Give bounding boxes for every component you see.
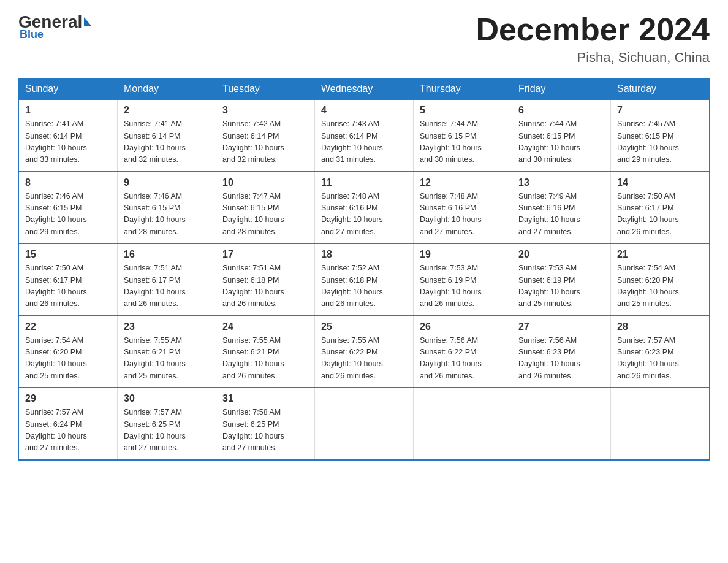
day-info: Sunrise: 7:43 AM Sunset: 6:14 PM Dayligh… xyxy=(321,118,407,166)
logo: General Blue xyxy=(18,12,91,41)
calendar-cell: 12 Sunrise: 7:48 AM Sunset: 6:16 PM Dayl… xyxy=(414,172,512,244)
calendar-cell xyxy=(315,388,414,460)
calendar-cell: 25 Sunrise: 7:55 AM Sunset: 6:22 PM Dayl… xyxy=(315,316,414,388)
day-info: Sunrise: 7:55 AM Sunset: 6:21 PM Dayligh… xyxy=(222,335,308,383)
day-number: 28 xyxy=(617,321,703,332)
day-info: Sunrise: 7:46 AM Sunset: 6:15 PM Dayligh… xyxy=(25,191,111,239)
day-info: Sunrise: 7:51 AM Sunset: 6:18 PM Dayligh… xyxy=(222,262,308,310)
day-info: Sunrise: 7:56 AM Sunset: 6:23 PM Dayligh… xyxy=(518,335,604,383)
logo-blue-text: Blue xyxy=(20,28,44,41)
calendar-cell: 31 Sunrise: 7:58 AM Sunset: 6:25 PM Dayl… xyxy=(216,388,315,460)
day-number: 20 xyxy=(518,249,604,260)
calendar-week-row: 15 Sunrise: 7:50 AM Sunset: 6:17 PM Dayl… xyxy=(19,243,710,316)
calendar-cell: 20 Sunrise: 7:53 AM Sunset: 6:19 PM Dayl… xyxy=(512,243,611,316)
calendar-cell: 28 Sunrise: 7:57 AM Sunset: 6:23 PM Dayl… xyxy=(611,316,710,388)
day-number: 23 xyxy=(124,321,210,332)
header-friday: Friday xyxy=(512,79,611,100)
calendar-cell: 21 Sunrise: 7:54 AM Sunset: 6:20 PM Dayl… xyxy=(611,243,710,316)
calendar-cell: 7 Sunrise: 7:45 AM Sunset: 6:15 PM Dayli… xyxy=(611,100,710,172)
day-info: Sunrise: 7:55 AM Sunset: 6:22 PM Dayligh… xyxy=(321,335,407,383)
header-sunday: Sunday xyxy=(19,79,118,100)
day-number: 5 xyxy=(420,105,506,116)
header-wednesday: Wednesday xyxy=(315,79,414,100)
day-info: Sunrise: 7:44 AM Sunset: 6:15 PM Dayligh… xyxy=(420,118,506,166)
day-info: Sunrise: 7:47 AM Sunset: 6:15 PM Dayligh… xyxy=(222,191,308,239)
day-number: 6 xyxy=(518,105,604,116)
day-number: 10 xyxy=(222,177,308,188)
day-number: 19 xyxy=(420,249,506,260)
day-info: Sunrise: 7:46 AM Sunset: 6:15 PM Dayligh… xyxy=(124,191,210,239)
day-number: 3 xyxy=(222,105,308,116)
calendar-cell: 24 Sunrise: 7:55 AM Sunset: 6:21 PM Dayl… xyxy=(216,316,315,388)
day-number: 13 xyxy=(518,177,604,188)
calendar-table: SundayMondayTuesdayWednesdayThursdayFrid… xyxy=(18,78,710,461)
day-info: Sunrise: 7:48 AM Sunset: 6:16 PM Dayligh… xyxy=(420,191,506,239)
calendar-cell: 26 Sunrise: 7:56 AM Sunset: 6:22 PM Dayl… xyxy=(414,316,512,388)
day-number: 31 xyxy=(222,393,308,404)
header: General Blue December 2024 Pisha, Sichua… xyxy=(18,12,710,66)
day-number: 27 xyxy=(518,321,604,332)
calendar-cell: 6 Sunrise: 7:44 AM Sunset: 6:15 PM Dayli… xyxy=(512,100,611,172)
calendar-cell: 27 Sunrise: 7:56 AM Sunset: 6:23 PM Dayl… xyxy=(512,316,611,388)
day-number: 16 xyxy=(124,249,210,260)
day-info: Sunrise: 7:45 AM Sunset: 6:15 PM Dayligh… xyxy=(617,118,703,166)
calendar-cell xyxy=(512,388,611,460)
calendar-cell: 4 Sunrise: 7:43 AM Sunset: 6:14 PM Dayli… xyxy=(315,100,414,172)
day-number: 4 xyxy=(321,105,407,116)
day-info: Sunrise: 7:54 AM Sunset: 6:20 PM Dayligh… xyxy=(617,262,703,310)
day-info: Sunrise: 7:57 AM Sunset: 6:25 PM Dayligh… xyxy=(124,407,210,454)
calendar-cell: 30 Sunrise: 7:57 AM Sunset: 6:25 PM Dayl… xyxy=(118,388,216,460)
day-number: 29 xyxy=(25,393,111,404)
day-number: 26 xyxy=(420,321,506,332)
location-subtitle: Pisha, Sichuan, China xyxy=(476,50,710,66)
day-info: Sunrise: 7:53 AM Sunset: 6:19 PM Dayligh… xyxy=(518,262,604,310)
day-info: Sunrise: 7:52 AM Sunset: 6:18 PM Dayligh… xyxy=(321,262,407,310)
calendar-cell xyxy=(414,388,512,460)
day-info: Sunrise: 7:49 AM Sunset: 6:16 PM Dayligh… xyxy=(518,191,604,239)
day-number: 8 xyxy=(25,177,111,188)
day-number: 9 xyxy=(124,177,210,188)
day-info: Sunrise: 7:58 AM Sunset: 6:25 PM Dayligh… xyxy=(222,407,308,454)
day-number: 24 xyxy=(222,321,308,332)
calendar-cell: 18 Sunrise: 7:52 AM Sunset: 6:18 PM Dayl… xyxy=(315,243,414,316)
calendar-header-row: SundayMondayTuesdayWednesdayThursdayFrid… xyxy=(19,79,710,100)
day-number: 2 xyxy=(124,105,210,116)
title-area: December 2024 Pisha, Sichuan, China xyxy=(476,12,710,66)
header-thursday: Thursday xyxy=(414,79,512,100)
calendar-cell: 11 Sunrise: 7:48 AM Sunset: 6:16 PM Dayl… xyxy=(315,172,414,244)
calendar-cell: 3 Sunrise: 7:42 AM Sunset: 6:14 PM Dayli… xyxy=(216,100,315,172)
day-info: Sunrise: 7:55 AM Sunset: 6:21 PM Dayligh… xyxy=(124,335,210,383)
calendar-cell: 16 Sunrise: 7:51 AM Sunset: 6:17 PM Dayl… xyxy=(118,243,216,316)
day-info: Sunrise: 7:41 AM Sunset: 6:14 PM Dayligh… xyxy=(124,118,210,166)
day-number: 18 xyxy=(321,249,407,260)
day-number: 11 xyxy=(321,177,407,188)
day-number: 25 xyxy=(321,321,407,332)
calendar-cell: 5 Sunrise: 7:44 AM Sunset: 6:15 PM Dayli… xyxy=(414,100,512,172)
day-number: 12 xyxy=(420,177,506,188)
calendar-cell: 22 Sunrise: 7:54 AM Sunset: 6:20 PM Dayl… xyxy=(19,316,118,388)
day-number: 30 xyxy=(124,393,210,404)
day-info: Sunrise: 7:50 AM Sunset: 6:17 PM Dayligh… xyxy=(617,191,703,239)
calendar-cell: 19 Sunrise: 7:53 AM Sunset: 6:19 PM Dayl… xyxy=(414,243,512,316)
calendar-cell: 9 Sunrise: 7:46 AM Sunset: 6:15 PM Dayli… xyxy=(118,172,216,244)
calendar-week-row: 8 Sunrise: 7:46 AM Sunset: 6:15 PM Dayli… xyxy=(19,172,710,244)
day-info: Sunrise: 7:51 AM Sunset: 6:17 PM Dayligh… xyxy=(124,262,210,310)
day-info: Sunrise: 7:54 AM Sunset: 6:20 PM Dayligh… xyxy=(25,335,111,383)
day-info: Sunrise: 7:57 AM Sunset: 6:23 PM Dayligh… xyxy=(617,335,703,383)
calendar-cell: 8 Sunrise: 7:46 AM Sunset: 6:15 PM Dayli… xyxy=(19,172,118,244)
calendar-week-row: 29 Sunrise: 7:57 AM Sunset: 6:24 PM Dayl… xyxy=(19,388,710,460)
calendar-cell: 15 Sunrise: 7:50 AM Sunset: 6:17 PM Dayl… xyxy=(19,243,118,316)
calendar-cell: 13 Sunrise: 7:49 AM Sunset: 6:16 PM Dayl… xyxy=(512,172,611,244)
header-monday: Monday xyxy=(118,79,216,100)
day-info: Sunrise: 7:41 AM Sunset: 6:14 PM Dayligh… xyxy=(25,118,111,166)
day-number: 15 xyxy=(25,249,111,260)
month-title: December 2024 xyxy=(476,12,710,47)
day-info: Sunrise: 7:48 AM Sunset: 6:16 PM Dayligh… xyxy=(321,191,407,239)
calendar-week-row: 22 Sunrise: 7:54 AM Sunset: 6:20 PM Dayl… xyxy=(19,316,710,388)
logo-triangle-icon xyxy=(84,17,91,26)
calendar-cell: 23 Sunrise: 7:55 AM Sunset: 6:21 PM Dayl… xyxy=(118,316,216,388)
day-number: 7 xyxy=(617,105,703,116)
day-number: 21 xyxy=(617,249,703,260)
calendar-cell: 2 Sunrise: 7:41 AM Sunset: 6:14 PM Dayli… xyxy=(118,100,216,172)
header-saturday: Saturday xyxy=(611,79,710,100)
